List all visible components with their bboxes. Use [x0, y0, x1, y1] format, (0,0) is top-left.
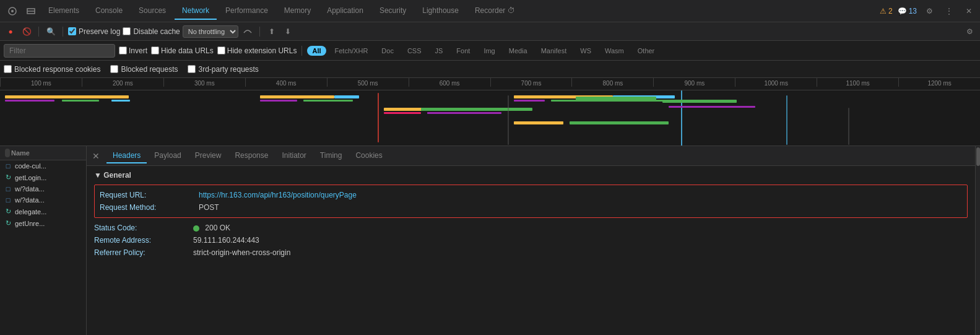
- type-btn-css[interactable]: CSS: [402, 46, 427, 56]
- tick-800: 800 ms: [571, 78, 653, 87]
- record-button[interactable]: ●: [4, 25, 17, 38]
- tab-application[interactable]: Application: [319, 2, 371, 20]
- tab-memory[interactable]: Memory: [277, 2, 318, 20]
- type-btn-doc[interactable]: Doc: [376, 46, 399, 56]
- search-button[interactable]: 🔍: [44, 25, 58, 38]
- tick-1100: 1100 ms: [817, 78, 898, 87]
- tab-lighthouse[interactable]: Lighthouse: [415, 2, 466, 20]
- tab-timing[interactable]: Timing: [314, 149, 349, 163]
- tick-1000: 1000 ms: [735, 78, 817, 87]
- api-icon: ↻: [4, 207, 12, 215]
- type-btn-manifest[interactable]: Manifest: [536, 46, 572, 56]
- tab-elements[interactable]: Elements: [41, 2, 87, 20]
- throttle-select[interactable]: No throttling: [183, 25, 238, 38]
- close-button[interactable]: ✕: [961, 4, 976, 19]
- api-icon: ↻: [4, 219, 12, 227]
- more-button[interactable]: ⋮: [942, 4, 956, 19]
- hide-ext-urls-input[interactable]: [217, 46, 225, 54]
- request-url-value[interactable]: https://hr.163.com/api/hr163/position/qu…: [199, 191, 357, 199]
- referrer-policy-label: Referrer Policy:: [94, 248, 193, 257]
- tab-initiator[interactable]: Initiator: [275, 149, 312, 163]
- list-item[interactable]: ↻ delegate...: [0, 206, 86, 217]
- tab-sources[interactable]: Sources: [131, 2, 173, 20]
- import-button[interactable]: ⬆: [265, 25, 279, 38]
- invert-checkbox[interactable]: Invert: [119, 46, 147, 55]
- list-item[interactable]: □ w/?data...: [0, 183, 86, 194]
- export-button[interactable]: ⬇: [281, 25, 295, 38]
- clear-button[interactable]: 🚫: [20, 25, 33, 38]
- list-item[interactable]: □ w/?data...: [0, 194, 86, 206]
- request-method-label: Request Method:: [100, 203, 199, 212]
- wf-bar: [570, 121, 669, 124]
- timeline-ruler: 100 ms 200 ms 300 ms 400 ms 500 ms 600 m…: [0, 78, 980, 90]
- list-item[interactable]: ↻ getLogin...: [0, 172, 86, 183]
- type-btn-other[interactable]: Other: [633, 46, 660, 56]
- right-scrollbar[interactable]: [975, 146, 980, 335]
- tab-security[interactable]: Security: [372, 2, 414, 20]
- tab-cookies[interactable]: Cookies: [349, 149, 388, 163]
- hide-data-urls-checkbox[interactable]: Hide data URLs: [151, 46, 214, 55]
- toolbar-divider-2: [63, 27, 63, 37]
- request-name-1: code-cul...: [15, 162, 82, 170]
- info-badge[interactable]: 💬 13: [898, 7, 917, 15]
- hide-ext-urls-checkbox[interactable]: Hide extension URLs: [217, 46, 297, 55]
- close-detail-button[interactable]: ✕: [90, 150, 102, 162]
- preserve-log-checkbox[interactable]: Preserve log: [68, 27, 120, 36]
- referrer-policy-value: strict-origin-when-cross-origin: [193, 248, 290, 257]
- type-btn-all[interactable]: All: [307, 46, 326, 56]
- settings-button[interactable]: ⚙: [922, 4, 937, 19]
- scroll-thumb[interactable]: [976, 147, 980, 166]
- list-item[interactable]: □ code-cul...: [0, 160, 86, 172]
- filter-row: Invert Hide data URLs Hide extension URL…: [0, 41, 980, 61]
- requests-panel: Name □ code-cul... ↻ getLogin... □ w/?da…: [0, 146, 87, 335]
- network-settings-icon[interactable]: ⚙: [963, 25, 976, 38]
- type-btn-font[interactable]: Font: [451, 46, 475, 56]
- waterfall-area[interactable]: [0, 90, 980, 146]
- blocked-cookies-checkbox[interactable]: Blocked response cookies: [4, 65, 100, 74]
- blocked-requests-checkbox[interactable]: Blocked requests: [110, 65, 178, 74]
- tick-500: 500 ms: [327, 78, 409, 87]
- tab-headers[interactable]: Headers: [106, 149, 147, 163]
- status-code-label: Status Code:: [94, 224, 193, 232]
- network-conditions-button[interactable]: [241, 25, 254, 38]
- hide-data-urls-input[interactable]: [151, 46, 159, 54]
- warn-count: 2: [888, 7, 893, 15]
- tab-bar-left: Elements Console Sources Network Perform…: [4, 2, 523, 20]
- info-count: 13: [909, 7, 917, 15]
- type-btn-js[interactable]: JS: [430, 46, 448, 56]
- blocked-cookies-input[interactable]: [4, 65, 12, 73]
- tab-response[interactable]: Response: [228, 149, 274, 163]
- preserve-log-input[interactable]: [68, 27, 76, 35]
- third-party-input[interactable]: [188, 65, 196, 73]
- disable-cache-input[interactable]: [123, 27, 131, 35]
- svg-point-1: [11, 10, 14, 12]
- blocked-requests-input[interactable]: [110, 65, 118, 73]
- type-btn-media[interactable]: Media: [504, 46, 532, 56]
- wf-bar: [5, 95, 129, 98]
- devtools-icon[interactable]: [4, 2, 21, 20]
- third-party-checkbox[interactable]: 3rd-party requests: [188, 65, 258, 74]
- type-btn-fetch[interactable]: Fetch/XHR: [330, 46, 373, 56]
- type-btn-ws[interactable]: WS: [575, 46, 596, 56]
- tab-preview[interactable]: Preview: [189, 149, 228, 163]
- general-section-header[interactable]: ▼ General: [94, 171, 968, 180]
- warning-badge[interactable]: ⚠ 2: [880, 7, 893, 15]
- requests-panel-title: Name: [11, 149, 30, 157]
- invert-input[interactable]: [119, 46, 127, 54]
- type-btn-wasm[interactable]: Wasm: [600, 46, 629, 56]
- filter-input[interactable]: [4, 44, 115, 58]
- tab-payload[interactable]: Payload: [148, 149, 187, 163]
- dock-icon[interactable]: [22, 2, 40, 20]
- tab-console[interactable]: Console: [88, 2, 130, 20]
- api-icon: ↻: [4, 173, 12, 181]
- disable-cache-checkbox[interactable]: Disable cache: [123, 27, 180, 36]
- request-method-row: Request Method: POST: [100, 201, 962, 214]
- tab-recorder[interactable]: Recorder ⏱: [467, 2, 523, 20]
- tick-400: 400 ms: [245, 78, 327, 87]
- list-item[interactable]: ↻ getUnre...: [0, 217, 86, 229]
- tick-300: 300 ms: [163, 78, 245, 87]
- tab-network[interactable]: Network: [175, 2, 217, 20]
- tab-performance[interactable]: Performance: [218, 2, 275, 20]
- request-method-value: POST: [199, 203, 219, 212]
- type-btn-img[interactable]: Img: [479, 46, 500, 56]
